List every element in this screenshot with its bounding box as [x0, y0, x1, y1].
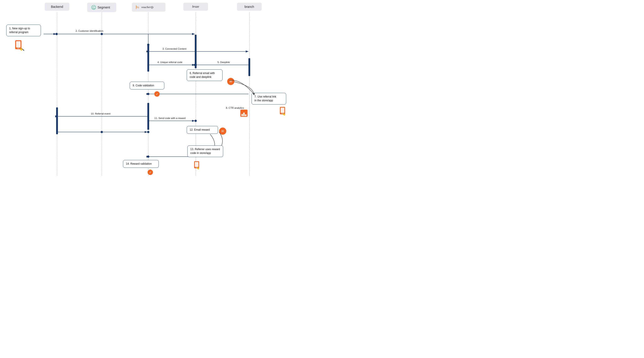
check-icon-14: ✓	[148, 170, 153, 175]
svg-text:2. Customer identification: 2. Customer identification	[76, 30, 103, 32]
curved-arrow-6-7	[227, 76, 256, 99]
msg-12-label: 12. Email reward	[190, 128, 210, 131]
actor-voucherify: % voucherify	[132, 3, 166, 12]
diagram-container: Backend Segment % voucherify braze branc…	[0, 0, 322, 179]
msg-box-9: 9. Code validation	[130, 82, 164, 90]
actor-braze-label: braze	[192, 5, 199, 8]
sequence-svg: 2. Customer identification 3. Connected …	[0, 0, 322, 179]
msg-box-7: 7. Use referral linkin the store/app	[252, 93, 286, 105]
svg-text:👆: 👆	[196, 166, 200, 170]
svg-text:11. Send code with a reward: 11. Send code with a reward	[154, 117, 185, 120]
svg-text:3. Connected Content: 3. Connected Content	[162, 48, 186, 50]
actor-backend: Backend	[45, 3, 69, 11]
svg-text:👆: 👆	[19, 47, 23, 51]
msg-9-label: 9. Code validation	[132, 84, 154, 87]
msg-6-label: 6. Referral email with code and deeplink	[190, 72, 215, 79]
phone-icon-7: 👆	[278, 106, 287, 116]
actor-segment: Segment	[87, 3, 116, 12]
svg-text:10. Referral event: 10. Referral event	[91, 112, 110, 115]
svg-text:4. Unique referral code: 4. Unique referral code	[158, 61, 182, 64]
svg-marker-50	[253, 93, 255, 95]
segment-logo-icon	[91, 5, 96, 10]
msg-box-12: 12. Email reward	[187, 126, 218, 134]
svg-rect-37	[16, 41, 20, 48]
msg-box-14: 14. Reward validation	[123, 160, 159, 168]
svg-rect-42	[281, 108, 284, 113]
lifeline-backend	[57, 12, 57, 176]
lifeline-voucherify	[148, 12, 148, 176]
svg-text:5. Deeplink: 5. Deeplink	[217, 61, 230, 64]
actor-voucherify-label: voucherify	[141, 5, 154, 9]
svg-point-0	[92, 5, 96, 10]
lifeline-segment	[102, 12, 102, 176]
phone-icon-13: 👆	[193, 161, 201, 170]
bar-1	[242, 114, 243, 116]
msg-1-label: 1. New sign-up toreferral program	[9, 27, 30, 34]
check-icon-9: ✓	[154, 91, 160, 97]
actor-branch-label: branch	[245, 5, 254, 9]
svg-text:%: %	[136, 6, 139, 9]
actor-segment-label: Segment	[98, 6, 110, 9]
msg-7-label: 7. Use referral linkin the store/app	[254, 95, 276, 102]
svg-text:8. CTR analytics: 8. CTR analytics	[226, 107, 244, 109]
svg-point-6	[56, 33, 58, 35]
voucherify-logo-icon: %	[136, 5, 140, 10]
msg-box-1: 1. New sign-up toreferral program	[6, 25, 41, 36]
msg-13-label: 13. Referrer uses reward code in store/a…	[190, 148, 220, 155]
actor-braze: braze	[183, 3, 208, 11]
bar-chart-icon-8	[240, 110, 248, 117]
svg-text:👆: 👆	[282, 113, 286, 116]
msg-box-13: 13. Referrer uses reward code in store/a…	[188, 145, 223, 157]
bar-2	[243, 113, 245, 116]
actor-branch: branch	[237, 3, 262, 11]
msg-14-label: 14. Reward validation	[126, 162, 152, 165]
bar-3	[245, 114, 246, 116]
phone-icon-1: 👆	[14, 40, 24, 51]
svg-rect-47	[195, 162, 198, 167]
msg-box-6: 6. Referral email with code and deeplink	[187, 69, 222, 81]
